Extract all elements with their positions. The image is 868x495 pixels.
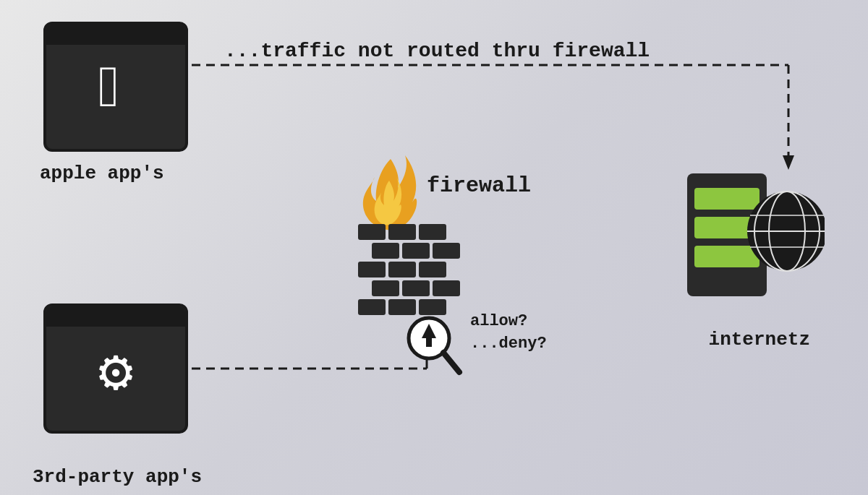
svg-rect-12 [694,246,760,267]
firewall-label: firewall [427,173,531,198]
internet-label: internetz [709,329,810,350]
gear-icon: ⚙ [98,337,133,408]
apple-app-icon:  [43,22,188,152]
allow-deny-label: allow? ...deny? [470,311,547,356]
traffic-label: ...traffic not routed thru firewall [224,40,650,62]
apple-window-box:  [43,22,188,152]
svg-rect-10 [694,188,760,210]
third-party-window-box: ⚙ [43,304,188,434]
apple-logo-icon:  [98,58,133,124]
internet-icon [680,159,825,322]
svg-rect-7 [426,337,432,347]
third-party-app-icon: ⚙ [43,304,188,434]
internet-svg [680,159,825,318]
apple-app-label: apple app's [40,163,164,184]
third-party-app-label: 3rd-party app's [33,466,202,488]
diagram-container: ...traffic not routed thru firewall  ap… [0,0,868,495]
magnify-icon [401,311,467,379]
brick-wall-icon [358,224,463,318]
svg-line-8 [443,353,459,372]
